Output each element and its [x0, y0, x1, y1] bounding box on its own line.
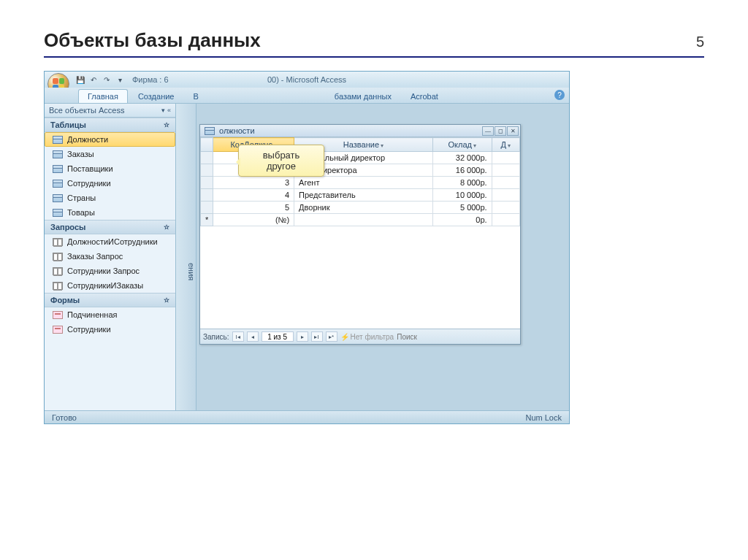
qat-dropdown-icon[interactable]: ▾	[115, 74, 125, 85]
cell-id[interactable]: (№)	[213, 214, 294, 226]
help-icon[interactable]: ?	[554, 90, 565, 100]
table-row[interactable]: 5Дворник5 000р.	[201, 202, 520, 214]
cell-id[interactable]: 3	[213, 177, 294, 189]
nav-item[interactable]: Должности	[45, 132, 175, 147]
nav-item-label: ДолжностиИСотрудники	[67, 237, 158, 246]
row-selector[interactable]	[201, 189, 213, 202]
callout-annotation: выбрать другое	[238, 145, 324, 177]
cell-salary[interactable]: 32 000р.	[432, 152, 492, 164]
nav-item[interactable]: Заказы Запрос	[45, 249, 175, 264]
new-row-selector[interactable]: *	[201, 214, 213, 226]
next-record-button[interactable]: ▸	[297, 331, 308, 342]
save-icon[interactable]: 💾	[75, 74, 85, 85]
cell-id[interactable]: 5	[213, 202, 294, 214]
nav-item-label: Заказы Запрос	[67, 252, 123, 261]
new-record-button[interactable]: ▸*	[326, 331, 337, 342]
column-header[interactable]: Оклад▾	[432, 138, 492, 152]
titlebar: 💾 ↶ ↷ ▾ Фирма : 6 00) - Microsoft Access	[45, 72, 569, 88]
cell-extra[interactable]	[492, 152, 519, 164]
cell-salary[interactable]: 10 000р.	[432, 189, 492, 202]
minimize-button[interactable]: —	[482, 126, 494, 136]
column-dropdown-icon[interactable]: ▾	[473, 142, 476, 149]
nav-item-label: Страны	[67, 193, 96, 202]
cell-extra[interactable]	[492, 202, 519, 214]
first-record-button[interactable]: I◂	[232, 331, 244, 342]
cell-id[interactable]: 4	[213, 189, 294, 202]
cell-salary[interactable]: 8 000р.	[432, 177, 492, 189]
table-icon	[53, 180, 63, 188]
status-right: Num Lock	[525, 413, 562, 422]
nav-item[interactable]: Подчиненная	[45, 307, 175, 322]
tab-3[interactable]: В	[185, 90, 207, 103]
select-all-cell[interactable]	[201, 138, 213, 152]
table-icon	[53, 136, 63, 144]
nav-item[interactable]: ДолжностиИСотрудники	[45, 234, 175, 249]
last-record-button[interactable]: ▸I	[311, 331, 323, 342]
cell-salary[interactable]: 0р.	[432, 214, 492, 226]
row-selector[interactable]	[201, 152, 213, 164]
cell-name[interactable]: Дворник	[294, 202, 433, 214]
chevron-down-icon: ▾ «	[161, 107, 171, 114]
form-icon	[53, 311, 63, 319]
nav-group-header[interactable]: Запросы☆	[45, 220, 175, 234]
table-icon	[53, 209, 63, 217]
row-selector[interactable]	[201, 177, 213, 189]
datasheet-titlebar: олжности — ◻ ✕	[200, 125, 520, 137]
nav-item[interactable]: Заказы	[45, 147, 175, 161]
record-position-input[interactable]	[262, 331, 294, 342]
maximize-button[interactable]: ◻	[495, 126, 506, 136]
nav-item[interactable]: Сотрудники Запрос	[45, 264, 175, 278]
tab-create[interactable]: Создание	[129, 90, 183, 103]
nav-item[interactable]: Поставщики	[45, 161, 175, 176]
close-button[interactable]: ✕	[507, 126, 519, 136]
prev-record-button[interactable]: ◂	[247, 331, 259, 342]
callout-line2: другое	[245, 161, 318, 172]
nav-item[interactable]: Страны	[45, 191, 175, 205]
row-selector[interactable]	[201, 202, 213, 214]
doc-name: Фирма : 6	[132, 75, 169, 84]
column-dropdown-icon[interactable]: ▾	[508, 142, 511, 149]
nav-pane-title: Все объекты Access	[49, 106, 124, 115]
cell-name[interactable]: Представитель	[294, 189, 433, 202]
filter-indicator[interactable]: ⚡ Нет фильтра	[340, 333, 394, 341]
table-row[interactable]: 3Агент8 000р.	[201, 177, 520, 189]
query-icon	[53, 238, 63, 246]
collapse-icon: ☆	[164, 296, 169, 304]
filter-label: Нет фильтра	[351, 333, 394, 341]
nav-pane-header[interactable]: Все объекты Access ▾ «	[45, 104, 175, 118]
quick-access-toolbar: 💾 ↶ ↷ ▾ Фирма : 6	[75, 74, 169, 85]
nav-item[interactable]: СотрудникиИЗаказы	[45, 278, 175, 293]
undo-icon[interactable]: ↶	[88, 74, 99, 85]
cell-salary[interactable]: 5 000р.	[432, 202, 492, 214]
table-icon	[53, 165, 63, 173]
query-icon	[53, 267, 63, 275]
collapse-icon: ☆	[164, 121, 169, 129]
tab-acrobat[interactable]: Acrobat	[402, 90, 447, 103]
shutter-bar[interactable]: ения	[176, 104, 196, 410]
navigation-pane: Все объекты Access ▾ « Таблицы☆Должности…	[45, 104, 176, 410]
nav-item[interactable]: Товары	[45, 205, 175, 220]
nav-group-header[interactable]: Формы☆	[45, 293, 175, 307]
cell-extra[interactable]	[492, 189, 519, 202]
tab-dbtools[interactable]: базами данных	[326, 90, 400, 103]
recnav-label: Запись:	[203, 333, 229, 341]
column-dropdown-icon[interactable]: ▾	[381, 142, 383, 149]
nav-item[interactable]: Сотрудники	[45, 176, 175, 191]
collapse-icon: ☆	[164, 223, 169, 231]
cell-extra[interactable]	[492, 164, 519, 177]
table-row[interactable]: 4Представитель10 000р.	[201, 189, 520, 202]
cell-name[interactable]	[294, 214, 433, 226]
cell-extra[interactable]	[492, 177, 519, 189]
tab-home[interactable]: Главная	[78, 89, 128, 103]
cell-salary[interactable]: 16 000р.	[432, 164, 492, 177]
search-input[interactable]	[397, 333, 433, 341]
new-row[interactable]: *(№)0р.	[201, 214, 520, 226]
slide-header: Объекты базы данных 5	[44, 29, 704, 58]
cell-name[interactable]: Агент	[294, 177, 433, 189]
nav-group-header[interactable]: Таблицы☆	[45, 118, 175, 132]
column-header[interactable]: Д▾	[492, 138, 519, 152]
nav-item[interactable]: Сотрудники	[45, 322, 175, 337]
redo-icon[interactable]: ↷	[102, 74, 112, 85]
cell-extra[interactable]	[492, 214, 519, 226]
row-selector[interactable]	[201, 164, 213, 177]
